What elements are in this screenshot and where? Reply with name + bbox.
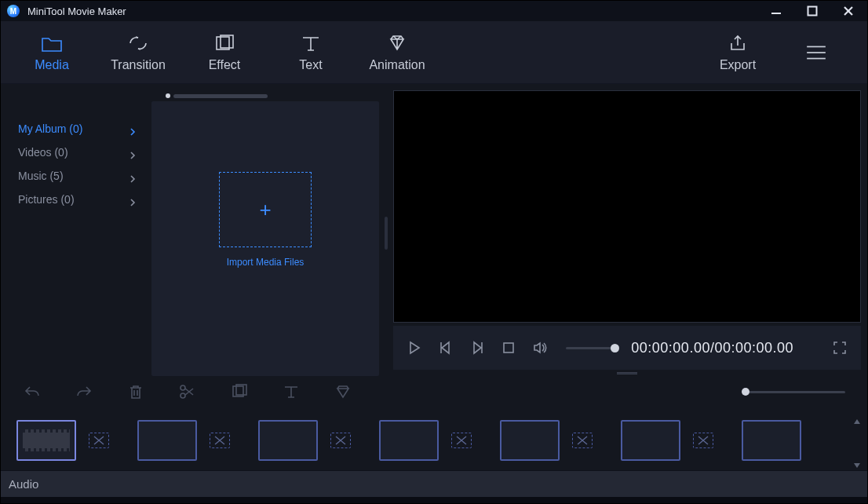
sidebar-item-pictures[interactable]: Pictures (0) xyxy=(7,188,147,211)
folder-icon xyxy=(41,33,63,53)
tab-label: Media xyxy=(35,58,69,72)
prev-frame-button[interactable] xyxy=(437,339,454,356)
tab-animation[interactable]: Animation xyxy=(354,28,440,77)
import-media-label: Import Media Files xyxy=(227,257,305,268)
crop-button[interactable] xyxy=(230,382,249,401)
scroll-up-icon[interactable] xyxy=(853,415,861,422)
timeline-text-button[interactable] xyxy=(282,382,301,401)
media-body: + Import Media Files xyxy=(151,101,379,376)
tab-label: Text xyxy=(299,58,322,72)
stop-button[interactable] xyxy=(500,339,517,356)
vertical-splitter[interactable] xyxy=(384,90,388,376)
timeline-clip-empty[interactable] xyxy=(379,420,439,461)
media-panel: + Import Media Files xyxy=(151,90,379,376)
sidebar-item-label: Pictures (0) xyxy=(18,193,75,206)
tab-label: Animation xyxy=(369,58,425,72)
volume-button[interactable] xyxy=(531,339,549,356)
chevron-right-icon xyxy=(129,196,136,203)
title-bar: M MiniTool Movie Maker xyxy=(1,1,867,21)
hamburger-icon xyxy=(805,42,827,63)
timeline-zoom-slider[interactable] xyxy=(745,391,845,393)
chevron-right-icon xyxy=(129,149,136,155)
sidebar-item-label: Music (5) xyxy=(18,170,64,182)
close-button[interactable] xyxy=(842,5,855,17)
timeline-clip-empty[interactable] xyxy=(742,420,801,461)
plus-icon: + xyxy=(259,198,271,222)
export-label: Export xyxy=(720,58,756,72)
transition-icon xyxy=(127,33,149,53)
transition-slot[interactable] xyxy=(330,433,351,448)
tab-label: Transition xyxy=(111,58,166,72)
tab-transition[interactable]: Transition xyxy=(95,28,181,77)
transition-slot[interactable] xyxy=(451,433,472,448)
preview-controls: 00:00:00.00/00:00:00.00 xyxy=(393,326,861,370)
transition-slot[interactable] xyxy=(210,433,230,448)
diamond-icon xyxy=(386,33,408,53)
tab-label: Effect xyxy=(209,58,241,72)
play-button[interactable] xyxy=(406,339,423,356)
media-horizontal-scrollbar[interactable] xyxy=(151,90,379,101)
main-ribbon: Media Transition Effect Text Animation E… xyxy=(1,21,867,84)
sidebar-item-videos[interactable]: Videos (0) xyxy=(7,141,147,164)
sidebar-item-label: Videos (0) xyxy=(18,146,68,159)
svg-rect-9 xyxy=(504,343,513,352)
timeline-vertical-scrollbar[interactable] xyxy=(852,415,863,466)
next-frame-button[interactable] xyxy=(469,339,486,356)
svg-rect-1 xyxy=(808,7,817,16)
transition-slot[interactable] xyxy=(693,433,713,448)
app-logo-icon: M xyxy=(7,5,20,17)
redo-button[interactable] xyxy=(75,382,93,401)
preview-panel: 00:00:00.00/00:00:00.00 xyxy=(393,90,861,376)
timeline-clip-empty[interactable] xyxy=(258,420,318,461)
timeline-clip-empty[interactable] xyxy=(500,420,560,461)
workspace: My Album (0) Videos (0) Music (5) Pictur… xyxy=(1,84,867,376)
transition-slot[interactable] xyxy=(572,433,593,448)
volume-slider[interactable] xyxy=(566,347,615,349)
effect-icon xyxy=(213,33,235,53)
chevron-right-icon xyxy=(129,126,136,132)
audio-track-label: Audio xyxy=(9,477,38,491)
export-button[interactable]: Export xyxy=(702,28,773,77)
timeline-clip-selected[interactable] xyxy=(16,420,76,461)
tab-text[interactable]: Text xyxy=(268,28,354,77)
chevron-right-icon xyxy=(129,173,136,179)
sidebar-item-music[interactable]: Music (5) xyxy=(7,164,147,188)
tab-media[interactable]: Media xyxy=(9,28,95,77)
delete-button[interactable] xyxy=(126,382,145,401)
maximize-button[interactable] xyxy=(806,5,819,17)
minimize-button[interactable] xyxy=(770,5,782,17)
timecode-display: 00:00:00.00/00:00:00.00 xyxy=(631,340,793,356)
audio-track[interactable]: Audio xyxy=(1,470,867,497)
transition-slot[interactable] xyxy=(89,433,109,448)
menu-button[interactable] xyxy=(773,38,859,68)
scroll-down-icon[interactable] xyxy=(853,459,861,466)
video-preview[interactable] xyxy=(393,90,861,323)
window-controls xyxy=(770,5,861,17)
horizontal-splitter[interactable] xyxy=(393,370,861,376)
timeline-clip-empty[interactable] xyxy=(621,420,680,461)
split-button[interactable] xyxy=(178,382,197,401)
undo-button[interactable] xyxy=(23,382,42,401)
sidebar-item-label: My Album (0) xyxy=(18,122,82,135)
svg-point-10 xyxy=(181,385,185,390)
timeline-animation-button[interactable] xyxy=(334,382,352,401)
tab-effect[interactable]: Effect xyxy=(181,28,268,77)
timeline-toolbar xyxy=(1,376,867,407)
import-media-dropzone[interactable]: + xyxy=(219,172,312,247)
timeline-clip-empty[interactable] xyxy=(137,420,197,461)
sidebar: My Album (0) Videos (0) Music (5) Pictur… xyxy=(7,90,147,376)
sidebar-item-my-album[interactable]: My Album (0) xyxy=(7,117,147,141)
text-icon xyxy=(300,33,322,53)
timeline-track xyxy=(1,407,867,470)
export-icon xyxy=(727,33,749,53)
fullscreen-button[interactable] xyxy=(831,339,848,356)
svg-point-11 xyxy=(181,393,185,398)
app-title: MiniTool Movie Maker xyxy=(27,5,126,17)
